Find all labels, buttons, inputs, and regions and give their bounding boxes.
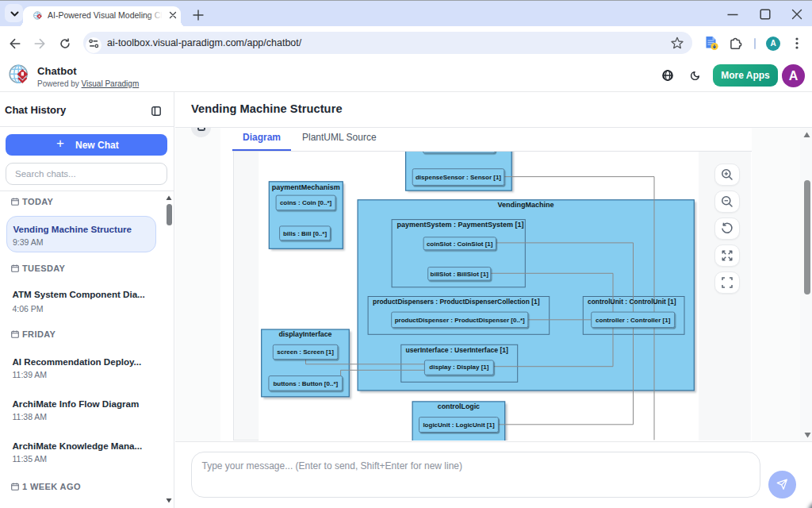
svg-text:buttons : Button [0..*]: buttons : Button [0..*] [273,380,338,387]
svg-text:productDispenser : ProductDisp: productDispenser : ProductDispenser [0..… [395,317,525,324]
svg-text:coins : Coin [0..*]: coins : Coin [0..*] [280,199,332,206]
svg-text:VendingMachine: VendingMachine [497,201,553,209]
svg-text:bills : Bill [0..*]: bills : Bill [0..*] [283,230,327,237]
svg-text:dispenseSensor : Sensor [1]: dispenseSensor : Sensor [1] [416,174,501,181]
svg-text:controlLogic: controlLogic [438,402,480,410]
svg-text:paymentMechanism: paymentMechanism [272,183,340,191]
svg-text:paymentSystem : PaymentSystem: paymentSystem : PaymentSystem [1] [397,221,524,229]
svg-text:display : Display [1]: display : Display [1] [429,364,488,371]
svg-text:coinSlot : CoinSlot [1]: coinSlot : CoinSlot [1] [427,241,493,248]
svg-text:controller : Controller [1]: controller : Controller [1] [596,317,671,324]
svg-text:productDispensers : ProductDis: productDispensers : ProductDispenserColl… [373,298,540,306]
svg-text:billSlot : BillSlot [1]: billSlot : BillSlot [1] [431,271,489,278]
svg-text:displayInterface: displayInterface [279,330,332,338]
svg-text:controlUnit : ControlUnit [1]: controlUnit : ControlUnit [1] [588,298,676,306]
svg-text:logicUnit : LogicUnit [1]: logicUnit : LogicUnit [1] [423,421,495,429]
svg-text:userInterface : UserInterface: userInterface : UserInterface [1] [406,346,509,354]
svg-text:screen : Screen [1]: screen : Screen [1] [277,348,334,356]
